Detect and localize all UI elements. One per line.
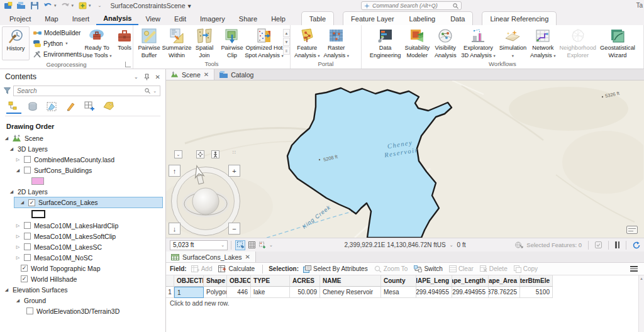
zoom-in-button[interactable]: + [228, 165, 240, 177]
data-engineering-button[interactable]: DataEngineering [368, 26, 403, 60]
tab-edit[interactable]: Edit [167, 11, 193, 25]
user-name[interactable]: Ta [636, 2, 643, 9]
tree-item-lakeshardclip[interactable]: ▷ MesaCo10M_LakesHardClip [0, 220, 165, 231]
layer-checkbox[interactable] [24, 156, 31, 163]
cell-county[interactable]: Mesa [381, 287, 416, 298]
cell-type[interactable]: lake [251, 287, 290, 298]
tab-linear-referencing[interactable]: Linear Referencing [482, 12, 556, 25]
tree-item-lakessc[interactable]: ▷ MesaCo10M_LakesSC [0, 241, 165, 252]
cell-shape-leng[interactable]: 2299.494955 [416, 287, 452, 298]
gallery-down-icon[interactable]: ▼ [283, 38, 290, 46]
network-analysis-button[interactable]: Network Analysis ▾ [528, 26, 557, 60]
layer-checkbox[interactable]: ✓ [21, 265, 28, 272]
zoom-out-button[interactable]: − [228, 223, 240, 235]
cell-shape-area[interactable]: 202378.76225 [489, 287, 520, 298]
project-title[interactable]: SurfaceConstraintsScene▾ [110, 2, 191, 9]
map-scale-select[interactable]: 5,023 ft⌄ [170, 240, 228, 250]
grid-display-button[interactable] [247, 240, 257, 250]
layer-checkbox[interactable] [24, 233, 31, 240]
gallery-up-icon[interactable]: ▲ [283, 29, 290, 37]
tree-item-2d-layers[interactable]: ◢ 2D Layers [0, 186, 165, 197]
close-pane-icon[interactable]: ✕ [155, 74, 160, 80]
geoprocessing-launcher-icon[interactable] [125, 62, 131, 67]
redo-icon[interactable] [61, 2, 70, 10]
col-header[interactable]: ACRES [290, 275, 320, 287]
cell-shape-length[interactable]: 2299.494955 [452, 287, 489, 298]
pause-drawing-button[interactable] [615, 241, 619, 248]
tab-table[interactable]: Table [302, 12, 333, 25]
dock-popup-icon[interactable] [626, 226, 638, 234]
summarize-within-button[interactable]: SummarizeWithin [163, 26, 191, 60]
add-field-button[interactable]: Add [189, 265, 214, 272]
expander-icon[interactable]: ▷ [15, 223, 21, 228]
filter-icon[interactable] [4, 87, 11, 94]
switch-selection-button[interactable]: Switch [412, 265, 444, 272]
view-tab-catalog[interactable]: Catalog [214, 69, 258, 80]
expander-icon[interactable]: ▷ [15, 245, 21, 250]
visibility-analysis-button[interactable]: VisibilityAnalysis [431, 26, 459, 60]
cell-acres[interactable]: 50.009 [290, 287, 320, 298]
tree-item-world-topographic-map[interactable]: ✓ World Topographic Map [0, 263, 165, 274]
new-project-icon[interactable] [4, 2, 13, 10]
col-header[interactable]: NAME [320, 275, 381, 287]
expander-icon[interactable]: ▷ [15, 234, 21, 239]
tree-item-surfcons-buildings[interactable]: ◢ SurfCons_Buildings [0, 165, 165, 175]
contents-tab-labeling[interactable] [101, 101, 116, 114]
selection-constraint-icon[interactable] [595, 241, 602, 248]
redo-dropdown-icon[interactable]: ▾ [72, 3, 74, 8]
select-by-attributes-button[interactable]: Select By Attributes [301, 265, 370, 273]
tree-item-surfacecons-lakes[interactable]: ◢ ✓ SurfaceCons_Lakes [14, 197, 163, 208]
selected-features-count[interactable]: Selected Features: 0 [526, 241, 582, 248]
tree-item-nosc[interactable]: ▷ MesaCo10M_NoSC [0, 252, 165, 263]
tree-item-elevation-surfaces[interactable]: ◢ Elevation Surfaces [0, 284, 165, 295]
contents-tab-data-source[interactable] [25, 101, 40, 114]
modelbuilder-button[interactable]: ModelBuilder [33, 28, 82, 37]
layer-checkbox[interactable] [24, 243, 31, 250]
tree-item-worldelevation3d[interactable]: WorldElevation3D/Terrain3D [0, 306, 165, 316]
search-options-chevron-icon[interactable]: ⌄ [153, 89, 157, 94]
grid-scrollbar[interactable]: ▲ [638, 275, 644, 332]
table-tab-surfacecons-lakes[interactable]: SurfaceCons_Lakes ✕ [166, 252, 256, 262]
suitability-modeler-button[interactable]: SuitabilityModeler [402, 26, 431, 60]
add-data-icon[interactable] [78, 2, 87, 10]
layer-checkbox[interactable] [24, 254, 31, 261]
optimized-hot-spot-analysis-button[interactable]: Optimized Hot Spot Analysis ▾ [246, 26, 282, 60]
view-tab-scene[interactable]: Scene ✕ [166, 69, 214, 80]
cell-shape[interactable]: Polygon [204, 287, 227, 298]
pairwise-clip-button[interactable]: PairwiseClip [218, 26, 246, 60]
refresh-button[interactable] [633, 241, 640, 249]
contents-tab-selection[interactable] [44, 101, 59, 114]
layer-checkbox[interactable] [26, 307, 33, 314]
expander-icon[interactable]: ▷ [15, 157, 21, 162]
expander-icon[interactable]: ▷ [15, 255, 21, 260]
tab-map[interactable]: Map [38, 11, 65, 25]
expander-icon[interactable]: ◢ [9, 189, 14, 194]
feature-analysis-button[interactable]: Feature Analysis ▾ [292, 26, 321, 60]
expander-icon[interactable]: ◢ [4, 136, 9, 141]
col-header[interactable]: Shape * [204, 275, 227, 287]
navigate-tool-button[interactable] [235, 240, 245, 250]
snapping-chevron-icon[interactable]: ⌄ [269, 243, 273, 248]
add-new-row-hint[interactable]: Click to add new row. [166, 298, 644, 307]
open-project-icon[interactable] [17, 2, 26, 10]
python-button[interactable]: Python▾ [33, 39, 82, 48]
tab-help[interactable]: Help [264, 11, 292, 25]
col-header[interactable]: OBJECTID * [174, 275, 204, 287]
layer-checkbox[interactable]: ✓ [28, 199, 35, 206]
layer-checkbox[interactable] [24, 167, 31, 174]
exploratory-3d-analysis-button[interactable]: Exploratory 3D Analysis ▾ [459, 26, 497, 60]
save-project-icon[interactable] [30, 2, 39, 10]
buildings-symbol-swatch[interactable] [31, 177, 44, 185]
customize-qat-icon[interactable]: ⌄ [98, 3, 102, 8]
col-header[interactable]: OBJECTID [227, 275, 251, 287]
contents-search[interactable]: ⌄ [13, 86, 160, 96]
col-header[interactable]: SHAPE_Leng [416, 275, 452, 287]
close-table-icon[interactable]: ✕ [245, 253, 250, 260]
spatial-join-button[interactable]: SpatialJoin [191, 26, 218, 60]
pairwise-buffer-button[interactable]: PairwiseBuffer [135, 26, 163, 60]
col-header[interactable]: TYPE [251, 275, 290, 287]
expander-icon[interactable]: ◢ [15, 168, 21, 173]
add-data-dropdown-icon[interactable]: ▾ [89, 3, 91, 8]
navigator-collapse-button[interactable]: ⌄ [174, 150, 182, 158]
tree-item-scene[interactable]: ◢ Scene [0, 133, 165, 143]
